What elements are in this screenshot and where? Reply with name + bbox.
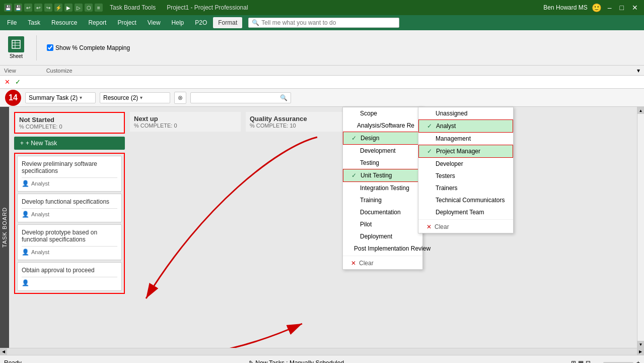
dropdown-item-unassigned[interactable]: Unassigned bbox=[418, 107, 513, 119]
quick-save-icon[interactable]: 💾 bbox=[14, 4, 22, 12]
task-card-1[interactable]: Review preliminary software specificatio… bbox=[17, 156, 122, 192]
task-mode-label: ✎ New Tasks : Manually Scheduled bbox=[249, 359, 344, 364]
misc1-icon[interactable]: ⚡ bbox=[54, 4, 62, 12]
close-button[interactable]: ✕ bbox=[630, 4, 640, 12]
dropdown-summary-clear[interactable]: ✕ Clear bbox=[343, 257, 422, 269]
kanban-column-qa: Quality Assurance % COMPLETE: 10 bbox=[246, 112, 356, 343]
filter-search-icon: 🔍 bbox=[280, 94, 288, 101]
dropdown-unassigned-label: Unassigned bbox=[436, 110, 467, 117]
dropdown-item-pilot[interactable]: Pilot bbox=[343, 218, 422, 230]
formula-input[interactable] bbox=[24, 79, 641, 86]
scroll-left-btn[interactable]: ◀ bbox=[0, 348, 7, 355]
dropdown-item-development[interactable]: Development bbox=[343, 145, 422, 157]
dropdown-item-testers[interactable]: Testers bbox=[418, 170, 513, 182]
board-view-icon[interactable]: ▦ bbox=[578, 359, 584, 364]
not-started-title: Not Started bbox=[19, 116, 120, 124]
redo-icon[interactable]: ↪ bbox=[44, 4, 52, 12]
scroll-down-btn[interactable]: ▼ bbox=[637, 341, 645, 348]
misc3-icon[interactable]: ▷ bbox=[75, 4, 83, 12]
check-unit-testing: ✓ bbox=[351, 172, 357, 179]
vertical-scrollbar[interactable]: ▲ ▼ bbox=[637, 107, 644, 348]
sheet-button[interactable]: Sheet bbox=[4, 34, 28, 61]
filter-search-input[interactable] bbox=[194, 94, 280, 101]
clear-filter-icon: ⊗ bbox=[178, 94, 183, 101]
task-2-title: Develop functional specifications bbox=[22, 198, 117, 205]
menu-project[interactable]: Project bbox=[112, 17, 141, 28]
dropdown-item-testing[interactable]: Testing bbox=[343, 157, 422, 169]
task-card-3[interactable]: Develop prototype based on functional sp… bbox=[17, 224, 122, 260]
dropdown-item-analyst[interactable]: ✓ Analyst bbox=[418, 119, 513, 133]
timeline-view-icon[interactable]: ⊟ bbox=[586, 359, 591, 364]
menu-task[interactable]: Task bbox=[23, 17, 45, 28]
show-complete-checkbox[interactable] bbox=[47, 44, 53, 51]
dropdown-item-analysis[interactable]: Analysis/Software Re bbox=[343, 119, 422, 132]
task-card-4[interactable]: Obtain approval to proceed 👤 bbox=[17, 262, 122, 291]
dropdown-integration-testing-label: Integration Testing bbox=[360, 185, 409, 192]
dropdown-item-post-impl[interactable]: Post Implementation Review bbox=[343, 243, 422, 255]
dropdown-item-design[interactable]: ✓ Design bbox=[343, 132, 422, 145]
menu-help[interactable]: Help bbox=[167, 17, 189, 28]
menu-file[interactable]: File bbox=[2, 17, 22, 28]
dropdown-item-scope[interactable]: Scope bbox=[343, 107, 422, 119]
dropdown-item-deployment[interactable]: Deployment bbox=[343, 230, 422, 243]
dropdown-tech-comm-label: Technical Communicators bbox=[436, 197, 505, 204]
dropdown-resource-clear[interactable]: ✕ Clear bbox=[418, 221, 513, 233]
undo2-icon[interactable]: ↩ bbox=[34, 4, 42, 12]
dropdown-item-integration-testing[interactable]: Integration Testing bbox=[343, 182, 422, 194]
horizontal-scrollbar[interactable]: ◀ ▶ bbox=[0, 348, 644, 355]
scroll-right-btn[interactable]: ▶ bbox=[637, 348, 644, 355]
check-analyst: ✓ bbox=[427, 123, 433, 130]
table-view-icon[interactable]: ⊞ bbox=[571, 359, 576, 364]
misc4-icon[interactable]: ⬡ bbox=[85, 4, 93, 12]
dropdown-item-documentation[interactable]: Documentation bbox=[343, 206, 422, 218]
scroll-up-btn[interactable]: ▲ bbox=[637, 107, 645, 114]
dropdown-item-deployment-team[interactable]: Deployment Team bbox=[418, 206, 513, 218]
kanban-board: Not Started % COMPLETE: 0 + + New Task R… bbox=[9, 107, 637, 348]
search-input[interactable] bbox=[261, 19, 396, 26]
filter-search-box[interactable]: 🔍 bbox=[190, 92, 291, 103]
zoom-in-icon[interactable]: + bbox=[636, 359, 640, 364]
misc5-icon[interactable]: ≡ bbox=[95, 4, 103, 12]
dropdown-item-management[interactable]: Management bbox=[418, 133, 513, 145]
menu-view[interactable]: View bbox=[142, 17, 166, 28]
menu-report[interactable]: Report bbox=[83, 17, 111, 28]
resource-dropdown: Unassigned ✓ Analyst Management ✓ Projec… bbox=[418, 107, 514, 233]
task-2-assignee-name: Analyst bbox=[31, 211, 49, 217]
task-card-2[interactable]: Develop functional specifications 👤 Anal… bbox=[17, 194, 122, 222]
menu-format[interactable]: Format bbox=[213, 17, 242, 28]
new-task-button[interactable]: + + New Task bbox=[14, 137, 125, 150]
formula-confirm-btn[interactable]: ✓ bbox=[14, 78, 22, 86]
undo-icon[interactable]: ↩ bbox=[24, 4, 32, 12]
dropdown-training-label: Training bbox=[360, 197, 382, 204]
dropdown-analyst-label: Analyst bbox=[436, 123, 456, 130]
save-icon[interactable]: 💾 bbox=[4, 4, 12, 12]
misc2-icon[interactable]: ▶ bbox=[64, 4, 73, 12]
resource-filter[interactable]: Resource (2) ▾ bbox=[100, 92, 170, 103]
task-3-title: Develop prototype based on functional sp… bbox=[22, 229, 117, 243]
qa-title: Quality Assurance bbox=[250, 115, 352, 123]
dropdown-management-label: Management bbox=[436, 135, 471, 142]
dropdown-item-unit-testing[interactable]: ✓ Unit Testing bbox=[343, 169, 422, 182]
dropdown-item-tech-comm[interactable]: Technical Communicators bbox=[418, 194, 513, 206]
collapse-bar: View Customize ▾ bbox=[0, 66, 644, 76]
view-controls: ⊞ ▦ ⊟ – + bbox=[571, 359, 640, 364]
main-content: TASK BOARD Not Started % COMPLETE: 0 + +… bbox=[0, 107, 644, 348]
zoom-out-icon[interactable]: – bbox=[597, 359, 600, 364]
formula-cancel-btn[interactable]: ✕ bbox=[3, 78, 12, 86]
dropdown-item-training[interactable]: Training bbox=[343, 194, 422, 206]
menu-resource[interactable]: Resource bbox=[46, 17, 82, 28]
summary-task-filter[interactable]: Summary Task (2) ▾ bbox=[25, 92, 96, 103]
maximize-button[interactable]: □ bbox=[618, 4, 626, 12]
minimize-button[interactable]: – bbox=[606, 4, 614, 12]
summary-dropdown-separator bbox=[343, 256, 422, 256]
dropdown-item-project-manager[interactable]: ✓ Project Manager bbox=[418, 145, 513, 158]
dropdown-analysis-label: Analysis/Software Re bbox=[357, 122, 414, 129]
project-title: Project1 - Project Professional bbox=[167, 4, 248, 11]
dropdown-item-developer[interactable]: Developer bbox=[418, 158, 513, 170]
collapse-icon[interactable]: ▾ bbox=[637, 67, 640, 74]
menu-p2o[interactable]: P2O bbox=[190, 17, 212, 28]
show-complete-mapping[interactable]: Show % Complete Mapping bbox=[45, 43, 132, 52]
clear-filter-button[interactable]: ⊗ bbox=[174, 92, 186, 104]
dropdown-item-trainers[interactable]: Trainers bbox=[418, 182, 513, 194]
search-bar[interactable]: 🔍 bbox=[248, 18, 399, 28]
